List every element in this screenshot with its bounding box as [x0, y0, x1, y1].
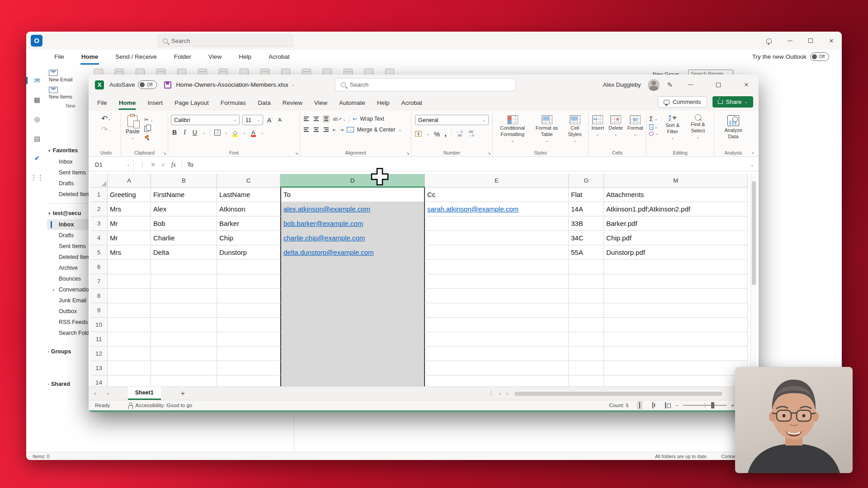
cell[interactable]: 55A	[569, 245, 604, 260]
accounting-format-button[interactable]: $	[415, 131, 422, 136]
cell[interactable]	[151, 347, 217, 361]
row-header[interactable]: 14	[90, 375, 108, 386]
cell[interactable]	[425, 303, 569, 318]
cell[interactable]	[280, 332, 425, 347]
cell[interactable]	[425, 289, 569, 303]
cell[interactable]	[425, 260, 569, 274]
cell[interactable]: Flat	[569, 188, 604, 202]
cell[interactable]: bob.barker@example.com	[280, 216, 425, 231]
column-header-selected[interactable]: D	[280, 174, 425, 188]
increase-indent-button[interactable]: ⇥	[340, 127, 343, 132]
dialog-launcher-icon[interactable]: ↘	[406, 151, 410, 155]
cell[interactable]	[425, 274, 569, 289]
cell[interactable]	[217, 375, 280, 386]
zoom-slider-thumb[interactable]	[711, 402, 714, 408]
cell[interactable]	[217, 303, 280, 318]
column-header[interactable]: A	[108, 174, 151, 188]
notifications-button[interactable]	[759, 32, 779, 50]
delete-cells-button[interactable]: Delete⌄	[609, 115, 623, 136]
fill-button[interactable]: ↓⌄	[649, 124, 658, 130]
row-header[interactable]: 5	[90, 245, 108, 260]
bold-button[interactable]: B	[171, 129, 178, 136]
collapse-ribbon-button[interactable]: ⌄	[751, 150, 755, 155]
conditional-formatting-button[interactable]: Conditional Formatting⌄	[496, 115, 529, 143]
ribbon-tab[interactable]: Insert	[142, 96, 169, 110]
cell[interactable]	[604, 274, 748, 289]
row-header[interactable]: 6	[90, 260, 108, 274]
cell[interactable]	[108, 303, 151, 318]
outlook-menu-item[interactable]: Help	[238, 52, 252, 65]
cell[interactable]	[280, 318, 425, 332]
cell[interactable]: Mr	[108, 216, 151, 231]
ribbon-tab[interactable]: File	[91, 96, 113, 110]
align-center-button[interactable]	[313, 127, 320, 133]
cell[interactable]	[569, 347, 604, 361]
cell[interactable]	[151, 361, 217, 375]
column-header[interactable]: C	[217, 174, 280, 188]
outlook-close-button[interactable]: ✕	[821, 32, 842, 50]
number-format-select[interactable]: General⌄	[415, 115, 489, 125]
comma-style-button[interactable]: ,	[444, 129, 447, 138]
font-color-button[interactable]: A	[250, 129, 257, 136]
cell[interactable]	[217, 347, 280, 361]
cell[interactable]: delta.dunstorp@example.com	[280, 245, 425, 260]
cell[interactable]	[569, 318, 604, 332]
outlook-maximize-button[interactable]	[800, 32, 821, 50]
cell[interactable]	[425, 332, 569, 347]
mail-icon[interactable]: ✉	[32, 75, 42, 85]
column-header[interactable]: B	[151, 174, 217, 188]
outlook-minimize-button[interactable]	[779, 32, 800, 50]
cell[interactable]: Atkinson1.pdf;Atkinson2.pdf	[604, 202, 748, 216]
people-icon[interactable]: ◎	[32, 114, 42, 124]
outlook-menu-item[interactable]: Home	[80, 52, 99, 65]
ribbon-tab[interactable]: View	[308, 96, 333, 110]
dialog-launcher-icon[interactable]: ↘	[163, 151, 166, 155]
insert-cells-button[interactable]: Insert⌄	[591, 115, 604, 136]
cell[interactable]: Chip.pdf	[604, 231, 748, 245]
cell[interactable]	[151, 289, 217, 303]
outlook-menu-item[interactable]: View	[208, 52, 222, 65]
row-header[interactable]: 12	[90, 347, 108, 361]
cell[interactable]: charlie.chip@example.com	[280, 231, 425, 245]
autosave-toggle[interactable]: Off	[138, 80, 157, 89]
vertical-scrollbar[interactable]	[750, 174, 757, 386]
align-top-button[interactable]	[303, 116, 310, 122]
ribbon-tab[interactable]: Home	[113, 96, 142, 110]
cell[interactable]	[280, 347, 425, 361]
orientation-button[interactable]: ab↗ ⌄	[333, 117, 346, 122]
cell[interactable]	[425, 231, 569, 245]
cell[interactable]	[280, 375, 425, 386]
fill-color-button[interactable]: ◇	[231, 129, 239, 136]
ribbon-tab[interactable]: Automate	[333, 96, 371, 110]
cell[interactable]	[151, 375, 217, 386]
cell[interactable]	[108, 332, 151, 347]
cell[interactable]	[151, 274, 217, 289]
cell[interactable]	[151, 303, 217, 318]
underline-button[interactable]: U	[191, 129, 198, 136]
expand-formula-bar-button[interactable]: ⌄	[750, 162, 754, 167]
cell[interactable]: Mrs	[108, 245, 151, 260]
format-cells-button[interactable]: Format⌄	[627, 115, 643, 136]
row-header[interactable]: 3	[90, 216, 108, 231]
paste-button[interactable]: Paste ⌄	[126, 115, 140, 141]
decrease-font-button[interactable]: Aˇ	[277, 116, 284, 124]
name-box[interactable]: D1 ⌄	[89, 159, 134, 171]
outlook-menu-item[interactable]: File	[53, 52, 65, 65]
analyze-data-button[interactable]: Analyze Data	[716, 113, 750, 140]
page-break-view-button[interactable]	[663, 402, 668, 409]
excel-close-button[interactable]: ✕	[736, 76, 757, 94]
excel-minimize-button[interactable]	[680, 76, 701, 94]
try-new-outlook-toggle[interactable]: Off	[810, 52, 829, 61]
new-items-button[interactable]: New Items	[49, 87, 92, 99]
todo-check-icon[interactable]: ✔	[32, 153, 42, 163]
cell[interactable]	[280, 361, 425, 375]
align-right-button[interactable]	[323, 127, 330, 133]
outlook-menu-item[interactable]: Folder	[173, 52, 192, 65]
excel-maximize-button[interactable]	[708, 76, 729, 94]
tasks-icon[interactable]: ▤	[32, 134, 42, 144]
row-header[interactable]: 11	[90, 332, 108, 347]
find-select-button[interactable]: Find & Select⌄	[687, 114, 709, 140]
cell[interactable]: Alex	[151, 202, 217, 216]
column-header[interactable]: M	[604, 174, 748, 188]
copy-button[interactable]	[144, 126, 149, 132]
